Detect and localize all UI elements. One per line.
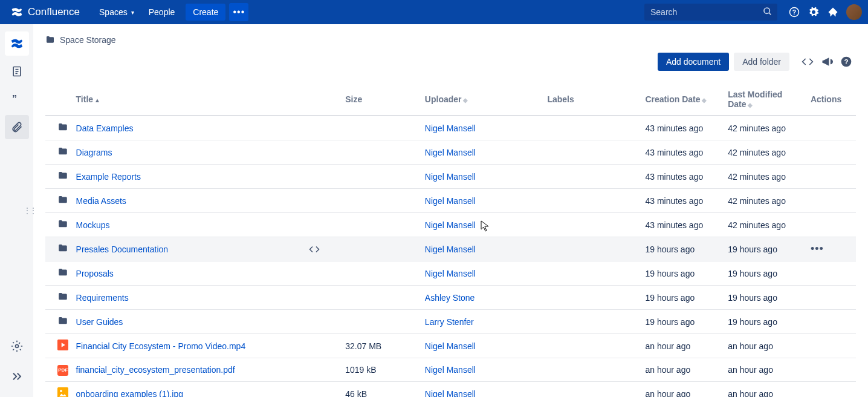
creation-date: 19 hours ago — [641, 286, 724, 310]
file-title-link[interactable]: Proposals — [76, 269, 114, 278]
table-row[interactable]: ProposalsNigel Mansell19 hours ago19 hou… — [45, 261, 856, 286]
folder-icon — [57, 315, 68, 326]
uploader-link[interactable]: Nigel Mansell — [425, 244, 476, 254]
column-uploader[interactable]: Uploader◆ — [421, 85, 544, 116]
uploader-link[interactable]: Ashley Stone — [425, 293, 475, 303]
sidebar-item-settings[interactable] — [5, 334, 29, 358]
svg-text:?: ? — [792, 8, 796, 16]
folder-icon — [57, 194, 68, 205]
table-row[interactable]: Financial City Ecosystem - Promo Video.m… — [45, 334, 856, 358]
file-title-link[interactable]: Diagrams — [76, 148, 112, 157]
column-size[interactable]: Size — [342, 85, 421, 116]
sidebar-item-space[interactable] — [5, 31, 29, 56]
modified-date: 19 hours ago — [724, 237, 807, 261]
modified-date: 42 minutes ago — [724, 165, 807, 189]
table-row[interactable]: DiagramsNigel Mansell43 minutes ago42 mi… — [45, 140, 856, 165]
table-row[interactable]: Data ExamplesNigel Mansell43 minutes ago… — [45, 116, 856, 140]
uploader-link[interactable]: Nigel Mansell — [425, 148, 476, 157]
sidebar-resize-handle[interactable]: ⋮⋮ — [24, 206, 36, 215]
create-button[interactable]: Create — [186, 4, 225, 21]
add-document-button[interactable]: Add document — [658, 53, 729, 71]
sidebar-item-blog[interactable]: ” — [5, 87, 29, 111]
confluence-icon — [11, 6, 23, 18]
column-labels[interactable]: Labels — [543, 85, 641, 116]
folder-icon — [57, 291, 68, 302]
table-row[interactable]: RequirementsAshley Stone19 hours ago19 h… — [45, 286, 856, 310]
uploader-link[interactable]: Nigel Mansell — [425, 196, 476, 206]
sidebar-item-expand[interactable] — [5, 364, 29, 389]
code-icon[interactable] — [798, 52, 817, 71]
uploader-link[interactable]: Larry Stenfer — [425, 317, 474, 327]
file-title-link[interactable]: Presales Documentation — [76, 244, 169, 254]
sidebar-item-pages[interactable] — [5, 59, 29, 84]
nav-spaces-label: Spaces — [99, 7, 128, 17]
creation-date: 19 hours ago — [641, 261, 724, 286]
breadcrumb[interactable]: Space Storage — [45, 35, 856, 45]
announce-icon[interactable] — [817, 52, 837, 71]
table-row[interactable]: User GuidesLarry Stenfer19 hours ago19 h… — [45, 310, 856, 334]
help-icon[interactable]: ? — [785, 2, 804, 22]
file-title-link[interactable]: Financial City Ecosystem - Promo Video.m… — [76, 341, 246, 351]
breadcrumb-label: Space Storage — [60, 35, 116, 45]
uploader-link[interactable]: Nigel Mansell — [425, 269, 476, 278]
column-title[interactable]: Title▲ — [73, 85, 342, 116]
file-title-link[interactable]: financial_city_ecosystem_presentation.pd… — [76, 365, 235, 375]
folder-icon — [57, 267, 68, 278]
file-title-link[interactable]: Mockups — [76, 220, 110, 230]
folder-icon — [57, 170, 68, 181]
creation-date: 43 minutes ago — [641, 213, 724, 237]
image-file-icon — [57, 387, 68, 397]
modified-date: 19 hours ago — [724, 286, 807, 310]
file-title-link[interactable]: Requirements — [76, 293, 129, 303]
table-row[interactable]: Presales DocumentationNigel Mansell19 ho… — [45, 237, 856, 261]
notifications-icon[interactable] — [823, 2, 843, 22]
more-menu-button[interactable]: ••• — [229, 3, 248, 21]
uploader-link[interactable]: Nigel Mansell — [425, 220, 476, 230]
sort-asc-icon: ▲ — [94, 97, 100, 103]
video-file-icon — [57, 340, 68, 350]
column-modified[interactable]: Last Modified Date◆ — [724, 85, 807, 116]
file-title-link[interactable]: User Guides — [76, 317, 123, 327]
file-title-link[interactable]: Data Examples — [76, 123, 134, 133]
nav-people[interactable]: People — [141, 0, 183, 24]
uploader-link[interactable]: Nigel Mansell — [425, 123, 476, 133]
file-labels — [543, 165, 641, 189]
file-title-link[interactable]: onboarding examples (1).jpg — [76, 389, 183, 398]
folder-icon — [57, 146, 68, 157]
app-logo[interactable]: Confluence — [11, 6, 80, 18]
nav-spaces[interactable]: Spaces ▾ — [92, 0, 141, 24]
column-actions: Actions — [807, 85, 856, 116]
folder-icon — [57, 122, 68, 133]
modified-date: 42 minutes ago — [724, 140, 807, 165]
file-labels — [543, 261, 641, 286]
settings-icon[interactable] — [804, 2, 823, 22]
actions-bar: Add document Add folder ? — [45, 52, 856, 71]
uploader-link[interactable]: Nigel Mansell — [425, 365, 476, 375]
table-row[interactable]: Media AssetsNigel Mansell43 minutes ago4… — [45, 189, 856, 213]
file-labels — [543, 237, 641, 261]
file-title-link[interactable]: Example Reports — [76, 172, 141, 182]
search-input[interactable] — [644, 4, 777, 21]
file-labels — [543, 213, 641, 237]
uploader-link[interactable]: Nigel Mansell — [425, 389, 476, 398]
help-context-icon[interactable]: ? — [837, 52, 856, 71]
uploader-link[interactable]: Nigel Mansell — [425, 341, 476, 351]
file-title-link[interactable]: Media Assets — [76, 196, 126, 206]
table-row[interactable]: Example ReportsNigel Mansell43 minutes a… — [45, 165, 856, 189]
user-avatar[interactable] — [846, 4, 862, 20]
column-created[interactable]: Creation Date◆ — [641, 85, 724, 116]
column-title-label: Title — [76, 94, 94, 104]
add-folder-button[interactable]: Add folder — [734, 53, 789, 71]
row-more-icon[interactable]: ••• — [811, 243, 824, 255]
creation-date: an hour ago — [641, 358, 724, 382]
table-row[interactable]: PDFfinancial_city_ecosystem_presentation… — [45, 358, 856, 382]
column-uploader-label: Uploader — [425, 94, 462, 104]
sidebar-item-attachments[interactable] — [5, 115, 29, 139]
app-name: Confluence — [28, 6, 80, 18]
file-size: 1019 kB — [342, 358, 421, 382]
uploader-link[interactable]: Nigel Mansell — [425, 172, 476, 182]
file-size: 46 kB — [342, 382, 421, 398]
table-row[interactable]: MockupsNigel Mansell43 minutes ago42 min… — [45, 213, 856, 237]
code-icon[interactable] — [309, 244, 320, 255]
table-row[interactable]: onboarding examples (1).jpg46 kBNigel Ma… — [45, 382, 856, 398]
